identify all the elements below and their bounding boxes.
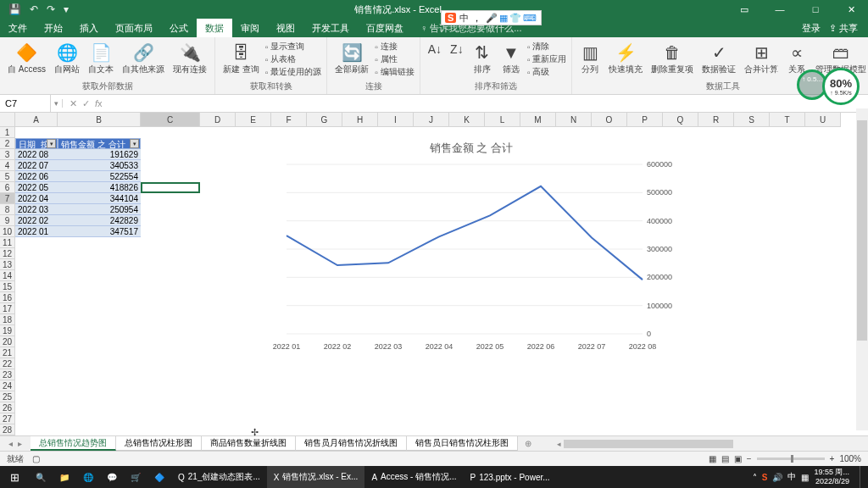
table-cell[interactable]: 522554 — [58, 171, 141, 182]
view-normal-icon[interactable]: ▦ — [709, 454, 716, 463]
row-header-23[interactable]: 23 — [0, 369, 15, 380]
select-all-corner[interactable] — [0, 113, 15, 127]
menu-tab-7[interactable]: 视图 — [268, 19, 303, 37]
row-header-21[interactable]: 21 — [0, 347, 15, 358]
col-header-I[interactable]: I — [378, 113, 414, 127]
sort-button[interactable]: ⇅排序 — [470, 41, 495, 75]
minimize-button[interactable]: — — [763, 0, 797, 19]
tab-nav-last-icon[interactable]: ▸ — [18, 439, 22, 448]
row-header-17[interactable]: 17 — [0, 303, 15, 314]
ribbon-btn[interactable]: ▥分列 — [577, 41, 603, 75]
col-header-R[interactable]: R — [698, 113, 734, 127]
table-header[interactable]: 销售金额 之 合计 — [58, 138, 141, 149]
row-header-6[interactable]: 6 — [0, 182, 15, 193]
filter-dropdown-icon[interactable]: ▾ — [130, 139, 139, 148]
col-header-Q[interactable]: Q — [663, 113, 698, 127]
view-pagelayout-icon[interactable]: ▤ — [721, 454, 729, 463]
row-header-15[interactable]: 15 — [0, 281, 15, 292]
taskbar-item[interactable]: 💬 — [100, 466, 124, 488]
row-header-16[interactable]: 16 — [0, 292, 15, 303]
undo-icon[interactable]: ↶ — [30, 3, 38, 15]
filter-button[interactable]: ▼筛选 — [498, 41, 524, 75]
qat-dropdown-icon[interactable]: ▾ — [64, 3, 69, 15]
tray-network-icon[interactable]: 🔊 — [772, 473, 782, 482]
save-icon[interactable]: 💾 — [8, 3, 21, 15]
menu-tab-8[interactable]: 开发工具 — [303, 19, 358, 37]
row-header-24[interactable]: 24 — [0, 380, 15, 391]
macro-record-icon[interactable]: ▢ — [32, 454, 40, 463]
tab-nav-first-icon[interactable]: ◂ — [8, 439, 13, 448]
col-header-S[interactable]: S — [734, 113, 770, 127]
taskbar-item[interactable]: AAccess - 销售情况... — [364, 466, 463, 488]
row-header-4[interactable]: 4 — [0, 160, 15, 171]
table-cell[interactable]: 2022 05 — [15, 182, 58, 193]
sheet-tab[interactable]: 商品销售数量折线图 — [202, 436, 296, 451]
table-cell[interactable]: 2022 06 — [15, 171, 58, 182]
sheet-tab[interactable]: 总销售情况趋势图 — [31, 436, 116, 451]
tray-lang-icon[interactable]: 中 — [787, 471, 796, 483]
close-button[interactable]: ✕ — [834, 0, 868, 19]
ribbon-btn[interactable]: 📄自文本 — [86, 41, 116, 75]
start-button[interactable]: ⊞ — [0, 471, 29, 484]
ime-indicator[interactable]: S 中 ， 🎤▦👕⌨ — [441, 10, 542, 25]
table-cell[interactable]: 2022 01 — [15, 226, 58, 237]
ribbon-stack-item[interactable]: ▫连接 — [375, 41, 415, 53]
name-box[interactable]: C7 — [0, 95, 51, 112]
col-header-G[interactable]: G — [307, 113, 342, 127]
embedded-chart[interactable]: 销售金额 之 合计 010000020000030000040000050000… — [270, 134, 673, 385]
table-cell[interactable]: 2022 03 — [15, 204, 58, 215]
row-header-10[interactable]: 10 — [0, 226, 15, 237]
redo-icon[interactable]: ↷ — [47, 3, 55, 15]
sheet-tab[interactable]: 销售员月销售情况折线图 — [296, 436, 407, 451]
zoom-slider[interactable] — [757, 458, 825, 460]
sort-za-button[interactable]: Z↓ — [448, 41, 466, 58]
menu-tab-4[interactable]: 公式 — [161, 19, 197, 37]
row-header-28[interactable]: 28 — [0, 424, 15, 435]
menu-tab-6[interactable]: 审阅 — [232, 19, 268, 37]
col-header-N[interactable]: N — [556, 113, 592, 127]
ribbon-btn[interactable]: 🔌现有连接 — [170, 41, 209, 75]
taskbar-item[interactable]: Q21_创建动态图表... — [171, 466, 267, 488]
show-desktop-button[interactable] — [860, 466, 865, 488]
row-header-11[interactable]: 11 — [0, 237, 15, 248]
ribbon-stack-item[interactable]: ▫编辑链接 — [375, 66, 415, 78]
ribbon-btn[interactable]: 🌐自网站 — [52, 41, 82, 75]
table-cell[interactable]: 2022 08 — [15, 149, 58, 160]
table-cell[interactable]: 347517 — [58, 226, 141, 237]
ime-toolbar-icons[interactable]: 🎤▦👕⌨ — [485, 13, 537, 24]
ribbon-btn[interactable]: 🔶自 Access — [5, 41, 48, 75]
table-cell[interactable]: 191629 — [58, 149, 141, 160]
taskbar-item[interactable]: P123.pptx - Power... — [464, 466, 557, 488]
taskbar-item[interactable]: 🌐 — [76, 466, 100, 488]
row-header-19[interactable]: 19 — [0, 325, 15, 336]
row-header-3[interactable]: 3 — [0, 149, 15, 160]
new-query-button[interactable]: 🗄新建 查询 — [220, 41, 262, 75]
col-header-T[interactable]: T — [770, 113, 805, 127]
col-header-D[interactable]: D — [200, 113, 236, 127]
menu-tab-3[interactable]: 页面布局 — [107, 19, 161, 37]
cells-area[interactable]: 销售金额 之 合计 010000020000030000040000050000… — [15, 127, 868, 435]
table-cell[interactable]: 2022 04 — [15, 193, 58, 204]
zoom-level[interactable]: 100% — [839, 454, 861, 463]
tray-keyboard-icon[interactable]: ▦ — [801, 473, 809, 482]
table-cell[interactable]: 250954 — [58, 204, 141, 215]
login-link[interactable]: 登录 — [802, 22, 821, 35]
col-header-O[interactable]: O — [592, 113, 627, 127]
menu-tab-5[interactable]: 数据 — [197, 19, 232, 37]
zoom-in-button[interactable]: + — [830, 454, 835, 463]
table-cell[interactable]: 2022 02 — [15, 215, 58, 226]
taskbar-clock[interactable]: 19:55 周... 2022/8/29 — [814, 468, 854, 486]
menu-tab-2[interactable]: 插入 — [71, 19, 107, 37]
ribbon-btn[interactable]: 🔗自其他来源 — [120, 41, 167, 75]
col-header-E[interactable]: E — [236, 113, 271, 127]
refresh-all-button[interactable]: 🔄全部刷新 — [332, 41, 371, 75]
menu-tab-0[interactable]: 文件 — [0, 19, 36, 37]
ribbon-stack-item[interactable]: ▫显示查询 — [265, 41, 322, 53]
taskbar-item[interactable]: 📁 — [53, 466, 76, 488]
ribbon-btn[interactable]: ⊞合并计算 — [742, 41, 781, 75]
row-header-13[interactable]: 13 — [0, 259, 15, 270]
zoom-out-button[interactable]: − — [747, 454, 752, 463]
taskbar-item[interactable]: 🔍 — [29, 466, 53, 488]
tray-ime-icon[interactable]: S — [762, 473, 768, 482]
col-header-M[interactable]: M — [520, 113, 556, 127]
